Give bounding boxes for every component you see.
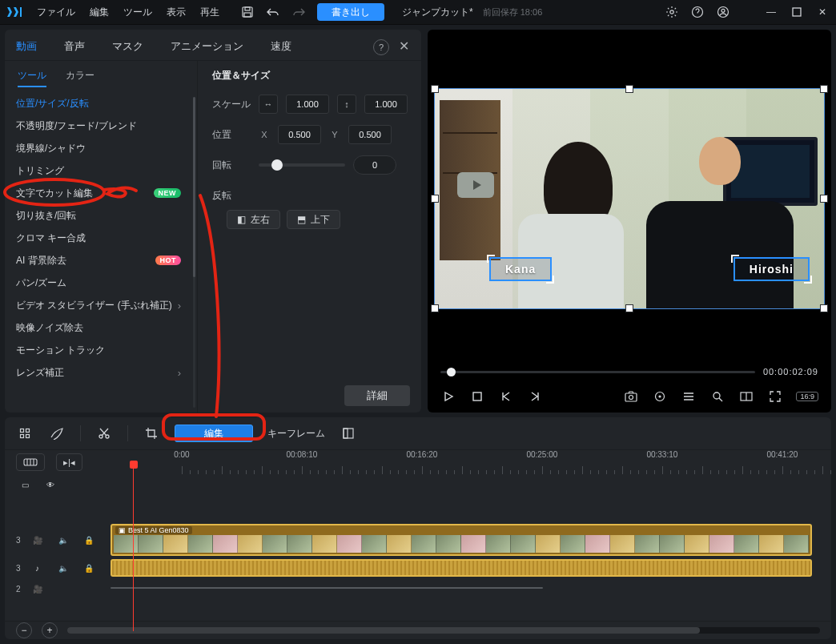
chevron-right-icon: › <box>178 367 181 379</box>
svg-point-14 <box>713 392 720 399</box>
menu-view[interactable]: 表示 <box>167 6 186 19</box>
subtab-color[interactable]: カラー <box>66 69 94 87</box>
tool-item[interactable]: 境界線/シャドウ <box>5 137 192 159</box>
next-frame-icon[interactable] <box>527 388 543 405</box>
timeline-panel: 編集 キーフレーム ▸|◂ 0:0000:08:1000:16:2000:25:… <box>5 417 831 639</box>
empty-clip[interactable] <box>111 587 543 589</box>
mute-icon[interactable]: 🔈 <box>54 559 72 577</box>
property-column: 位置＆サイズ スケール ↔ ↕ 位置 X Y <box>198 61 421 413</box>
tab-video[interactable]: 動画 <box>16 39 37 54</box>
preview-seek-slider[interactable] <box>440 371 755 373</box>
undo-icon[interactable] <box>266 5 280 19</box>
audio-clip[interactable] <box>111 559 812 577</box>
export-button[interactable]: 書き出し <box>317 3 384 21</box>
menu-file[interactable]: ファイル <box>37 6 75 19</box>
video-clip[interactable]: ▣Best 5 AI Gen0830 <box>111 524 812 556</box>
tool-item[interactable]: AI 背景除去HOT <box>5 249 192 272</box>
svg-point-11 <box>629 396 633 400</box>
crop-tool-icon[interactable] <box>143 425 160 442</box>
window-minimize-icon[interactable]: ― <box>764 5 778 19</box>
tool-item[interactable]: パン/ズーム <box>5 272 192 294</box>
tool-scrollbar[interactable] <box>193 97 195 408</box>
tool-item[interactable]: 映像ノイズ除去 <box>5 316 192 339</box>
pen-tool-icon[interactable] <box>48 425 66 442</box>
settings-icon[interactable] <box>665 5 679 19</box>
svg-rect-18 <box>21 435 24 438</box>
keyframe-panel-icon[interactable] <box>340 425 357 442</box>
timeline-mode-icon[interactable] <box>16 453 45 471</box>
help-icon[interactable] <box>690 5 705 19</box>
tool-item[interactable]: レンズ補正› <box>5 361 192 384</box>
tool-item[interactable]: 不透明度/フェード/ブレンド <box>5 115 192 137</box>
edit-button[interactable]: 編集 <box>175 425 253 442</box>
menu-edit[interactable]: 編集 <box>90 6 109 19</box>
zoom-out-icon[interactable]: − <box>16 622 32 638</box>
subtab-tools[interactable]: ツール <box>18 69 46 87</box>
menu-tools[interactable]: ツール <box>123 6 152 19</box>
tool-item[interactable]: クロマ キー合成 <box>5 227 192 249</box>
play-range-icon[interactable]: ▸|◂ <box>56 453 82 471</box>
window-close-icon[interactable]: ✕ <box>815 5 830 19</box>
scale-width-icon[interactable]: ↔ <box>259 95 278 114</box>
rotation-value[interactable]: 0 <box>353 155 396 175</box>
rotation-slider[interactable] <box>259 163 345 167</box>
tab-animation[interactable]: アニメーション <box>171 39 243 54</box>
prop-title: 位置＆サイズ <box>212 69 410 83</box>
scale-x-input[interactable] <box>286 95 329 114</box>
panel-close-icon[interactable]: ✕ <box>396 38 412 54</box>
lock-icon[interactable]: 🔒 <box>80 531 98 549</box>
window-maximize-icon[interactable] <box>790 5 804 19</box>
save-icon[interactable] <box>240 5 255 19</box>
list-icon[interactable] <box>681 388 697 405</box>
tab-audio[interactable]: 音声 <box>64 39 85 54</box>
nametag-right[interactable]: Hiroshi <box>734 257 810 281</box>
flip-vertical-button[interactable]: ⬒上下 <box>287 210 340 229</box>
thumbnail-icon[interactable]: ▭ <box>16 476 34 493</box>
tool-item[interactable]: 位置/サイズ/反転 <box>5 92 192 115</box>
prev-frame-icon[interactable] <box>498 388 514 405</box>
svg-point-7 <box>721 9 725 12</box>
color-icon[interactable] <box>652 388 668 405</box>
stop-icon[interactable] <box>469 388 485 405</box>
tab-speed[interactable]: 速度 <box>271 39 291 54</box>
tool-item[interactable]: 切り抜き/回転 <box>5 204 192 227</box>
pos-y-input[interactable] <box>348 125 392 144</box>
account-icon[interactable] <box>716 5 730 19</box>
svg-rect-22 <box>344 429 353 438</box>
playhead[interactable] <box>133 465 134 631</box>
zoom-icon[interactable] <box>709 388 725 405</box>
aspect-ratio[interactable]: 16:9 <box>796 392 818 401</box>
timeline-scrollbar[interactable] <box>67 627 820 634</box>
menu-play[interactable]: 再生 <box>200 6 219 19</box>
fullscreen-icon[interactable] <box>767 388 783 405</box>
select-tool-icon[interactable] <box>16 425 34 442</box>
panel-help-icon[interactable]: ? <box>373 39 389 55</box>
keyframe-label[interactable]: キーフレーム <box>267 427 325 441</box>
scale-y-input[interactable] <box>364 95 408 114</box>
tool-item[interactable]: 文字でカット編集NEW <box>5 182 192 204</box>
cut-tool-icon[interactable] <box>95 425 113 442</box>
nametag-left[interactable]: Kana <box>489 257 552 281</box>
svg-point-20 <box>99 435 102 438</box>
zoom-in-icon[interactable]: + <box>42 622 58 638</box>
video-frame[interactable]: Kana Hiroshi <box>434 88 825 309</box>
tool-item[interactable]: ビデオ スタビライザー (手ぶれ補正)› <box>5 294 192 316</box>
document-title: ジャンプカット* <box>402 6 473 19</box>
svg-rect-16 <box>21 429 24 433</box>
lock-icon[interactable]: 🔒 <box>80 559 98 577</box>
tool-item[interactable]: モーション トラック <box>5 339 192 361</box>
pos-x-input[interactable] <box>278 125 321 144</box>
play-icon[interactable] <box>440 388 456 405</box>
tool-item[interactable]: トリミング <box>5 159 192 182</box>
compare-icon[interactable] <box>738 388 754 405</box>
preview-canvas[interactable]: Kana Hiroshi <box>432 34 826 363</box>
mute-icon[interactable]: 🔈 <box>54 531 72 549</box>
snapshot-icon[interactable] <box>623 388 639 405</box>
redo-icon[interactable] <box>291 5 306 19</box>
detail-button[interactable]: 詳細 <box>344 385 410 406</box>
flip-horizontal-button[interactable]: ◧左右 <box>227 210 280 229</box>
flip-v-icon: ⬒ <box>297 214 306 225</box>
visibility-icon[interactable]: 👁 <box>42 476 59 493</box>
tab-mask[interactable]: マスク <box>112 39 143 54</box>
scale-height-icon[interactable]: ↕ <box>337 95 356 114</box>
